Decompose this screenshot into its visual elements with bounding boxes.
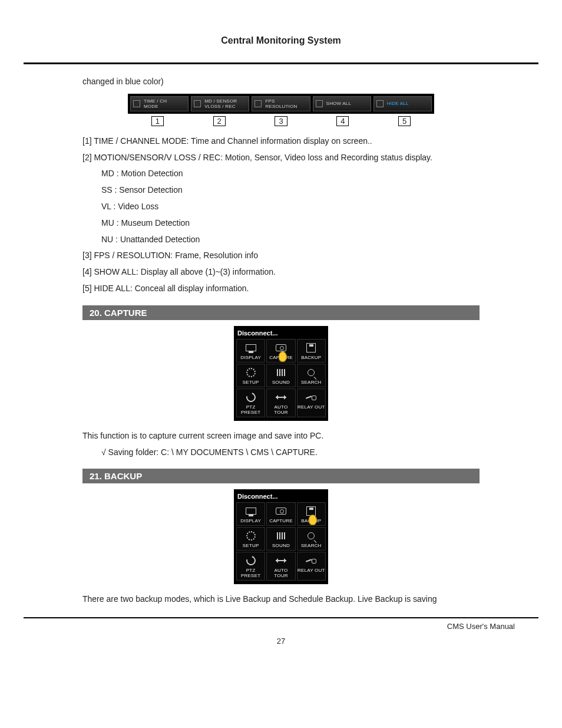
relay-icon: [306, 394, 316, 400]
panel-ptz-preset-button[interactable]: PTZ PRESET: [236, 388, 265, 417]
panel-setup-button[interactable]: SETUP: [236, 527, 265, 551]
toolbar-num: 2: [213, 116, 226, 126]
toolbar-label: TIME / CH MODE: [144, 98, 167, 109]
search-icon: [308, 369, 315, 376]
monitor-icon: [194, 100, 201, 107]
panel-auto-tour-button[interactable]: AUTO TOUR: [266, 388, 295, 417]
backup-body: There are two backup modes, which is Liv…: [82, 592, 480, 607]
monitor-icon: [246, 344, 256, 351]
camera-icon: [276, 344, 286, 351]
page-title: Central Monitoring System: [24, 35, 538, 46]
panel-sound-button[interactable]: SOUND: [266, 364, 295, 387]
toolbar-item-time-ch[interactable]: TIME / CH MODE: [130, 96, 189, 111]
sound-icon: [277, 532, 285, 539]
sub-def: NU : Unattanded Detection: [82, 233, 480, 247]
footer-text: CMS User's Manual: [24, 622, 538, 631]
sub-def: MD : Motion Detection: [82, 167, 480, 181]
relay-icon: [306, 558, 316, 564]
monitor-icon: [246, 508, 256, 515]
footer-rule: [24, 617, 538, 618]
sound-icon: [277, 369, 285, 376]
definition-line: [1] TIME / CHANNEL MODE: Time and Channe…: [82, 134, 480, 149]
toolbar-num: 4: [336, 116, 349, 126]
toolbar-num: 5: [398, 116, 411, 126]
definition-line: [5] HIDE ALL: Conceal all display inform…: [82, 282, 480, 296]
panel-setup-button[interactable]: SETUP: [236, 364, 265, 387]
definition-line: [2] MOTION/SENSOR/V LOSS / REC: Motion, …: [82, 151, 480, 165]
toolbar-label: HIDE ALL: [387, 101, 409, 106]
toolbar-num: 3: [275, 116, 287, 126]
arrows-icon: [276, 560, 286, 561]
panel-sound-button[interactable]: SOUND: [266, 527, 295, 551]
panel-auto-tour-button[interactable]: AUTO TOUR: [266, 552, 295, 581]
preset-icon: [244, 391, 257, 404]
check-icon: √: [101, 447, 106, 457]
control-panel-capture: Disconnect... DISPLAY CAPTURE BACKUP SET…: [234, 326, 328, 421]
toolbar-label: MD / SENSOR VLOSS / REC: [204, 98, 237, 109]
toolbar-numbers: 1 2 3 4 5: [128, 116, 434, 126]
panel-display-button[interactable]: DISPLAY: [236, 502, 265, 526]
panel-capture-button[interactable]: CAPTURE: [266, 502, 295, 526]
content-area: changed in blue color) TIME / CH MODE MD…: [24, 75, 538, 607]
intro-fragment: changed in blue color): [82, 75, 480, 89]
definition-line: [3] FPS / RESOLUTION: Frame, Resolution …: [82, 249, 480, 263]
toolbar-item-show-all[interactable]: SHOW ALL: [313, 96, 371, 111]
toolbar-item-md-sensor[interactable]: MD / SENSOR VLOSS / REC: [191, 96, 249, 111]
toolbar: TIME / CH MODE MD / SENSOR VLOSS / REC F…: [128, 94, 434, 114]
floppy-icon: [306, 343, 316, 353]
monitor-icon: [376, 100, 384, 107]
panel-display-button[interactable]: DISPLAY: [236, 339, 265, 363]
panel-search-button[interactable]: SEARCH: [297, 364, 326, 387]
toolbar-item-fps[interactable]: FPS RESOLUTION: [252, 96, 310, 111]
toolbar-label: SHOW ALL: [326, 101, 352, 106]
panel-relay-out-button[interactable]: RELAY OUT: [297, 388, 326, 417]
panel-backup-button[interactable]: BACKUP: [297, 339, 326, 363]
arrows-icon: [276, 397, 286, 398]
gear-icon: [246, 368, 256, 377]
definition-line: [4] SHOW ALL: Display all above (1)~(3) …: [82, 265, 480, 279]
gear-icon: [246, 531, 256, 541]
search-icon: [308, 532, 315, 539]
header-rule: [24, 62, 538, 64]
toolbar-figure: TIME / CH MODE MD / SENSOR VLOSS / REC F…: [128, 94, 434, 126]
cursor-icon: [279, 351, 287, 362]
toolbar-item-hide-all[interactable]: HIDE ALL: [373, 96, 432, 111]
page-number: 27: [24, 637, 538, 645]
sub-def: VL : Video Loss: [82, 200, 480, 214]
panel-status: Disconnect...: [236, 492, 326, 502]
capture-body: This function is to capture current scre…: [82, 429, 480, 443]
preset-icon: [244, 554, 257, 567]
monitor-icon: [316, 100, 323, 107]
capture-note: √ Saving folder: C: \ MY DOCUMENTS \ CMS…: [82, 446, 480, 460]
toolbar-num: 1: [151, 116, 164, 126]
sub-def: MU : Museum Detection: [82, 216, 480, 230]
control-panel-backup: Disconnect... DISPLAY CAPTURE BACKUP SET…: [234, 489, 328, 584]
camera-icon: [276, 508, 286, 515]
monitor-icon: [133, 100, 140, 107]
panel-search-button[interactable]: SEARCH: [297, 527, 326, 551]
cursor-icon: [309, 515, 317, 525]
panel-ptz-preset-button[interactable]: PTZ PRESET: [236, 552, 265, 581]
panel-relay-out-button[interactable]: RELAY OUT: [297, 552, 326, 581]
panel-capture-button[interactable]: CAPTURE: [266, 339, 295, 363]
section-heading-capture: 20. CAPTURE: [82, 305, 480, 320]
toolbar-label: FPS RESOLUTION: [265, 98, 297, 109]
capture-note-text: Saving folder: C: \ MY DOCUMENTS \ CMS \…: [108, 447, 318, 457]
panel-backup-button[interactable]: BACKUP: [297, 502, 326, 526]
sub-def: SS : Sensor Detection: [82, 183, 480, 197]
section-heading-backup: 21. BACKUP: [82, 469, 480, 483]
monitor-icon: [254, 100, 262, 107]
panel-status: Disconnect...: [236, 328, 326, 339]
